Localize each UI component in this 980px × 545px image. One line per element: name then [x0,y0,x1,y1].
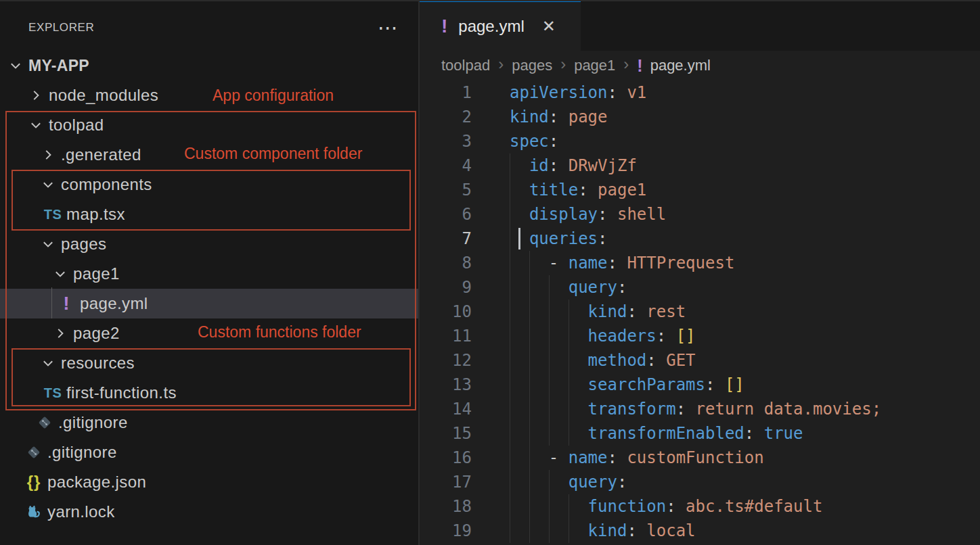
tree-indent-guide [51,287,52,318]
code-line[interactable]: 10kind: rest [420,300,980,324]
breadcrumb-item-toolpad[interactable]: toolpad [441,57,490,74]
chevron-right-icon: › [560,55,566,74]
tab-strip: ! page.yml ✕ [420,0,980,51]
explorer-header: EXPLORER ⋯ [0,0,418,51]
code-line[interactable]: 17query: [420,470,980,494]
tree-item-gitignore-root[interactable]: .gitignore [0,437,418,467]
tree-item-node-modules[interactable]: node_modules [0,80,418,110]
code-line[interactable]: 9query: [420,275,980,300]
annotation-label-custom-functions-folder: Custom functions folder [198,323,361,341]
code-line[interactable]: 5title: page1 [420,178,980,202]
tree-item-first-function-ts[interactable]: TS first-function.ts [0,378,418,408]
tree-item-gitignore-toolpad[interactable]: .gitignore [0,408,418,437]
chevron-right-icon: › [498,55,504,74]
code-line[interactable]: 16- name: customFunction [420,446,980,470]
explorer-title: EXPLORER [28,21,94,34]
breadcrumb-item-pages[interactable]: pages [512,57,552,74]
tab-page-yml[interactable]: ! page.yml ✕ [420,0,581,51]
code-line[interactable]: 1apiVersion: v1 [420,80,980,105]
tree-root-my-app[interactable]: MY-APP [0,51,418,80]
tree-item-page1[interactable]: page1 [0,259,418,289]
tree-item-package-json[interactable]: {} package.json [0,467,418,497]
close-icon[interactable]: ✕ [542,17,556,36]
warning-icon: ! [637,56,642,76]
chevron-down-icon [41,177,61,192]
code-line[interactable]: 3spec: [420,129,980,153]
chevron-down-icon [41,237,61,252]
chevron-down-icon [53,266,73,281]
chevron-down-icon [8,58,28,73]
code-line[interactable]: 4id: DRwVjZf [420,153,980,178]
tree-item-components[interactable]: components [0,170,418,199]
typescript-icon: TS [43,385,62,401]
git-icon [24,444,43,461]
chevron-right-icon [53,326,73,341]
code-line[interactable]: 14transform: return data.movies; [420,397,980,421]
chevron-down-icon [41,356,61,371]
code-line[interactable]: 18function: abc.ts#default [420,494,980,519]
breadcrumb: toolpad › pages › page1 › ! page.yml [420,51,980,80]
tree-item-resources[interactable]: resources [0,348,418,378]
warning-icon: ! [441,16,447,37]
chevron-right-icon [28,88,49,103]
editor-area: ! page.yml ✕ toolpad › pages › page1 › !… [420,0,980,545]
breadcrumb-item-page-yml[interactable]: page.yml [650,57,711,74]
tree-item-toolpad[interactable]: toolpad [0,110,418,140]
json-braces-icon: {} [24,473,43,492]
tree-item-yarn-lock[interactable]: yarn.lock [0,497,418,527]
code-line[interactable]: 11headers: [] [420,324,980,348]
code-editor[interactable]: 1apiVersion: v1 2kind: page 3spec: 4id: … [420,80,980,543]
breadcrumb-item-page1[interactable]: page1 [574,57,615,74]
code-line[interactable]: 15transformEnabled: true [420,421,980,446]
more-actions-icon[interactable]: ⋯ [378,24,399,31]
typescript-icon: TS [43,207,62,222]
code-line[interactable]: 12method: GET [420,348,980,373]
git-icon [35,414,54,431]
tree-item-page-yml[interactable]: ! page.yml [0,289,418,318]
warning-icon: ! [57,293,76,314]
yarn-icon [24,503,43,521]
annotation-label-custom-component-folder: Custom component folder [184,145,362,163]
code-line[interactable]: 19kind: local [420,519,980,543]
code-line[interactable]: 2kind: page [420,105,980,129]
chevron-down-icon [28,118,49,133]
code-line-current[interactable]: 7queries: [420,227,980,251]
chevron-right-icon: › [623,55,629,74]
window-top-border [0,0,980,1]
tree-item-pages[interactable]: pages [0,229,418,259]
annotation-label-app-configuration: App configuration [213,87,334,105]
explorer-sidebar: EXPLORER ⋯ MY-APP node_modules toolpad .… [0,0,418,545]
tree-item-map-tsx[interactable]: TS map.tsx [0,199,418,229]
code-line[interactable]: 6display: shell [420,202,980,227]
chevron-right-icon [41,147,61,162]
vscode-window: EXPLORER ⋯ MY-APP node_modules toolpad .… [0,0,980,545]
code-line[interactable]: 8- name: HTTPrequest [420,251,980,275]
code-line[interactable]: 13searchParams: [] [420,373,980,397]
